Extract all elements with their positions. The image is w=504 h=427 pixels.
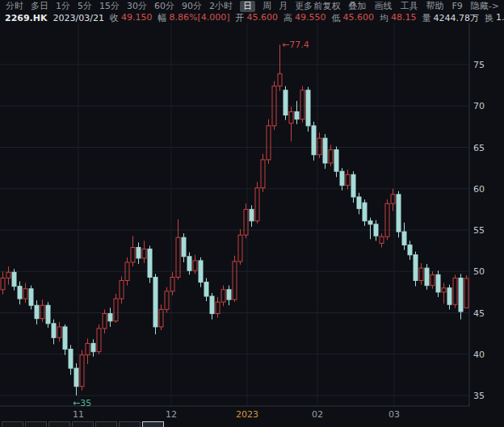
- candlestick-series: [1, 44, 468, 396]
- candle-71: [402, 232, 406, 245]
- candle-27: [153, 277, 158, 327]
- period-tab-1分[interactable]: 1分: [56, 1, 70, 12]
- candle-33: [187, 257, 191, 270]
- bottom-strip-box[interactable]: [142, 421, 164, 427]
- candle-21: [120, 281, 124, 299]
- toolbar-action-工具[interactable]: 工具: [400, 1, 418, 12]
- candle-36: [204, 283, 208, 296]
- candle-44: [250, 209, 254, 220]
- candle-68: [385, 203, 389, 237]
- candlestick-chart-svg: 757065605550454035111220230203←77.4←35: [0, 23, 504, 427]
- y-tick-label: 70: [473, 101, 485, 111]
- period-tab-周[interactable]: 周: [262, 1, 271, 12]
- candle-13: [74, 368, 78, 387]
- candle-82: [464, 278, 468, 308]
- candle-23: [131, 248, 135, 262]
- candle-42: [238, 235, 242, 262]
- candle-64: [363, 203, 367, 221]
- candle-17: [97, 329, 101, 352]
- quote-date: 2023/03/21: [53, 13, 104, 23]
- candle-41: [233, 262, 237, 299]
- candle-3: [18, 287, 22, 299]
- toolbar-actions: 前复权叠加画线工具帮助F9隐藏->: [313, 1, 504, 12]
- bottom-strip-box[interactable]: [25, 421, 47, 427]
- candle-9: [52, 324, 56, 337]
- toolbar-action-F9[interactable]: F9: [452, 1, 462, 12]
- x-tick-label-02: 02: [312, 409, 323, 420]
- candle-11: [63, 327, 67, 350]
- period-tab-2小时[interactable]: 2小时: [209, 1, 233, 12]
- y-tick-label: 35: [473, 391, 485, 401]
- candle-51: [289, 111, 293, 123]
- chart-area[interactable]: 757065605550454035111220230203←77.4←35: [0, 23, 504, 427]
- candle-34: [193, 261, 197, 270]
- candle-26: [148, 249, 152, 278]
- candle-47: [267, 126, 271, 160]
- period-tab-日[interactable]: 日: [240, 1, 255, 12]
- candle-25: [142, 249, 146, 258]
- period-tab-5分[interactable]: 5分: [78, 1, 92, 12]
- x-tick-label-2023: 2023: [236, 409, 258, 420]
- candle-10: [57, 327, 61, 337]
- period-tab-月[interactable]: 月: [279, 1, 288, 12]
- period-tab-15分[interactable]: 15分: [99, 1, 120, 12]
- x-axis-labels: 111220230203: [73, 409, 400, 420]
- candle-32: [182, 237, 186, 257]
- period-tab-多日[interactable]: 多日: [31, 1, 48, 12]
- candle-56: [317, 138, 321, 155]
- toolbar-action-前复权[interactable]: 前复权: [313, 1, 340, 12]
- candle-53: [300, 90, 304, 119]
- y-tick-label: 50: [473, 266, 485, 277]
- bottom-strip-box[interactable]: [2, 421, 23, 427]
- candle-39: [221, 290, 225, 302]
- period-tab-30分[interactable]: 30分: [127, 1, 147, 12]
- candle-0: [1, 278, 5, 289]
- candle-14: [80, 355, 84, 387]
- candle-12: [69, 350, 73, 369]
- candle-24: [136, 248, 141, 258]
- bottom-strip-box[interactable]: [72, 421, 94, 427]
- v-gridlines: [78, 23, 394, 406]
- candle-20: [114, 299, 118, 321]
- candle-59: [334, 150, 338, 172]
- period-tab-90分[interactable]: 90分: [182, 1, 202, 12]
- period-tab-60分[interactable]: 60分: [154, 1, 174, 12]
- candle-79: [447, 288, 452, 305]
- candle-35: [199, 261, 203, 283]
- y-tick-label: 45: [473, 308, 485, 319]
- stock-chart-window: 分时多日1分5分15分30分60分90分2小时日周月更多 前复权叠加画线工具帮助…: [0, 0, 504, 427]
- y-tick-label: 65: [473, 143, 485, 153]
- period-tab-分时[interactable]: 分时: [6, 1, 23, 12]
- candle-4: [23, 289, 27, 299]
- price-annotations: ←77.4←35: [73, 40, 309, 408]
- candle-62: [351, 174, 355, 197]
- bottom-strip-box[interactable]: [48, 421, 70, 427]
- annotation-←77.4: ←77.4: [282, 40, 309, 50]
- toolbar-action-隐藏->[interactable]: 隐藏->: [471, 1, 499, 12]
- candle-78: [442, 288, 446, 292]
- period-tabs: 分时多日1分5分15分30分60分90分2小时日周月更多: [0, 1, 313, 12]
- candle-5: [29, 289, 33, 306]
- bottom-strip-box[interactable]: [119, 421, 141, 427]
- candle-6: [35, 305, 39, 318]
- candle-55: [312, 126, 316, 155]
- y-axis-labels: 757065605550454035: [473, 60, 485, 401]
- y-tick-label: 60: [473, 184, 485, 195]
- candle-72: [408, 245, 412, 254]
- candle-19: [108, 314, 112, 321]
- candle-45: [255, 188, 259, 221]
- y-tick-label: 75: [473, 60, 485, 70]
- toolbar-action-叠加[interactable]: 叠加: [348, 1, 366, 12]
- candle-37: [210, 296, 214, 314]
- candle-18: [103, 314, 107, 329]
- period-tab-更多[interactable]: 更多: [295, 1, 313, 12]
- candle-66: [374, 224, 378, 236]
- toolbar-action-帮助[interactable]: 帮助: [426, 1, 443, 12]
- candle-52: [295, 111, 299, 119]
- x-tick-label-12: 12: [166, 409, 177, 420]
- candle-65: [368, 221, 372, 224]
- quote-info-bar: 2269.HK 2023/03/21 收49.150幅8.86%[4.000]开…: [0, 12, 504, 23]
- toolbar-action-画线[interactable]: 画线: [374, 1, 392, 12]
- candle-73: [414, 255, 418, 281]
- bottom-strip-box[interactable]: [95, 421, 117, 427]
